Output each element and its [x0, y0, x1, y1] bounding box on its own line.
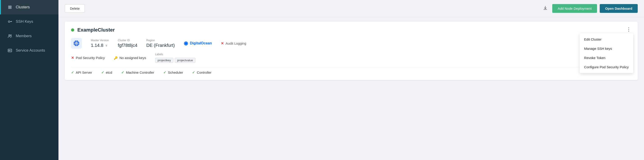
- svg-point-3: [10, 8, 11, 9]
- delete-button[interactable]: Delete: [65, 4, 85, 13]
- etcd-status-icon: ✓: [101, 70, 104, 75]
- svg-point-1: [10, 6, 11, 7]
- svg-point-13: [10, 35, 12, 36]
- main-content: Delete Add Node Deployment Open Dashboar…: [58, 0, 644, 160]
- open-dashboard-button[interactable]: Open Dashboard: [600, 4, 638, 13]
- key-icon: [7, 19, 12, 24]
- api-server-label: API Server: [76, 71, 92, 74]
- master-version-chevron[interactable]: ∨: [105, 44, 108, 47]
- region-label: Region: [146, 39, 175, 42]
- toolbar: Delete Add Node Deployment Open Dashboar…: [58, 0, 644, 17]
- pod-security-policy-status-icon: ✕: [71, 56, 74, 60]
- members-icon: [7, 33, 12, 39]
- cluster-name: ExampleCluster: [77, 27, 115, 33]
- region-group: Region DE (Frankfurt): [146, 39, 175, 48]
- cluster-context-menu-button[interactable]: ⋮: [624, 26, 633, 33]
- scheduler-label: Scheduler: [168, 71, 183, 74]
- sidebar-item-clusters[interactable]: Clusters: [0, 0, 58, 15]
- provider-row: ◉ DigitalOcean: [184, 40, 212, 46]
- kubernetes-logo: [71, 38, 82, 49]
- region-value: DE (Frankfurt): [146, 43, 175, 48]
- clusters-icon: [7, 5, 12, 10]
- cluster-info-row: Master Version 1.14.8 ∨ Cluster ID fgf78…: [71, 38, 632, 49]
- cluster-id-value: fgf78t8jc4: [118, 43, 138, 48]
- add-node-deployment-button[interactable]: Add Node Deployment: [552, 4, 597, 13]
- svg-point-0: [8, 6, 10, 7]
- dropdown-item-revoke-token[interactable]: Revoke Token: [580, 53, 633, 62]
- master-version-label: Master Version: [91, 39, 109, 42]
- svg-point-15: [9, 50, 10, 51]
- service-etcd: ✓ etcd: [101, 70, 112, 75]
- service-scheduler: ✓ Scheduler: [163, 70, 183, 75]
- sidebar-item-clusters-label: Clusters: [16, 5, 30, 10]
- master-version-group: Master Version 1.14.8 ∨: [91, 39, 109, 48]
- svg-point-2: [8, 8, 10, 9]
- audit-logging-label: Audit Logging: [226, 42, 246, 45]
- ssh-keys-item: 🔑 No assigned keys: [114, 56, 146, 60]
- audit-logging-status-icon: ✕: [221, 41, 224, 46]
- dropdown-item-edit-cluster[interactable]: Edit Cluster: [580, 35, 633, 44]
- pod-security-policy-label: Pod Security Policy: [76, 56, 105, 60]
- no-assigned-keys-label: No assigned keys: [120, 56, 146, 60]
- content-area: ExampleCluster ⋮: [58, 17, 644, 160]
- service-accounts-icon: [7, 48, 12, 53]
- labels-row: projectkey projectvalue: [155, 58, 196, 63]
- dropdown-item-configure-pod-security-policy[interactable]: Configure Pod Security Policy: [580, 62, 633, 72]
- cluster-id-label: Cluster ID: [118, 39, 138, 42]
- cluster-policy-row: ✕ Pod Security Policy 🔑 No assigned keys…: [71, 53, 632, 63]
- sidebar-item-ssh-keys[interactable]: SSH Keys: [0, 15, 58, 29]
- label-tag-projectkey: projectkey: [155, 58, 173, 63]
- machine-controller-status-icon: ✓: [121, 70, 124, 75]
- controller-status-icon: ✓: [192, 70, 195, 75]
- service-controller: ✓ Controller: [192, 70, 211, 75]
- sidebar-item-members-label: Members: [16, 34, 32, 38]
- sidebar: Clusters SSH Keys Members: [0, 0, 58, 160]
- sidebar-item-service-accounts-label: Service Accounts: [16, 48, 45, 53]
- machine-controller-label: Machine Controller: [126, 71, 154, 74]
- audit-logging-group: ✕ Audit Logging: [221, 41, 246, 46]
- sidebar-item-members[interactable]: Members: [0, 29, 58, 43]
- svg-point-12: [9, 35, 10, 36]
- label-tag-projectvalue: projectvalue: [175, 58, 196, 63]
- cluster-header: ExampleCluster: [71, 27, 632, 33]
- labels-group: Labels projectkey projectvalue: [155, 53, 196, 63]
- scheduler-status-icon: ✓: [163, 70, 166, 75]
- svg-point-20: [76, 43, 77, 44]
- provider-name: DigitalOcean: [190, 41, 212, 45]
- context-dropdown-menu: Edit Cluster Manage SSH keys Revoke Toke…: [580, 33, 633, 73]
- key-small-icon: 🔑: [114, 56, 118, 60]
- digital-ocean-logo-icon: ◉: [184, 40, 188, 46]
- download-button[interactable]: [541, 4, 550, 13]
- cluster-card: ExampleCluster ⋮: [65, 22, 638, 80]
- sidebar-item-ssh-keys-label: SSH Keys: [16, 19, 33, 24]
- api-server-status-icon: ✓: [71, 70, 74, 75]
- labels-label: Labels: [155, 53, 196, 56]
- cluster-services-row: ✓ API Server ✓ etcd ✓ Machine Controller…: [71, 67, 632, 75]
- master-version-value: 1.14.8 ∨: [91, 43, 109, 48]
- service-machine-controller: ✓ Machine Controller: [121, 70, 154, 75]
- svg-point-8: [8, 21, 10, 22]
- cluster-id-group: Cluster ID fgf78t8jc4: [118, 39, 138, 48]
- controller-label: Controller: [197, 71, 211, 74]
- pod-security-policy-item: ✕ Pod Security Policy: [71, 56, 105, 60]
- cluster-status-indicator: [71, 28, 74, 32]
- etcd-label: etcd: [106, 71, 112, 74]
- sidebar-item-service-accounts[interactable]: Service Accounts: [0, 43, 58, 58]
- dropdown-item-manage-ssh-keys[interactable]: Manage SSH keys: [580, 44, 633, 53]
- service-api-server: ✓ API Server: [71, 70, 92, 75]
